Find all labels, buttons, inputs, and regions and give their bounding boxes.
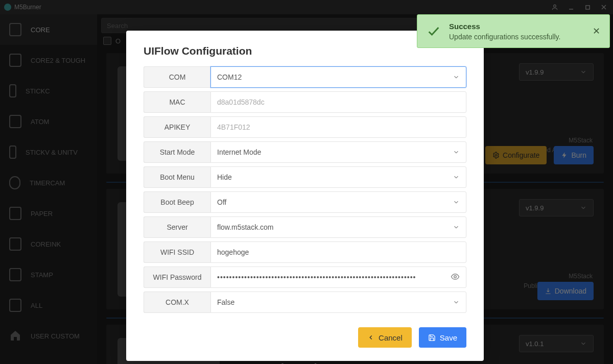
wifi-password-text-input[interactable]: [217, 273, 460, 281]
save-button[interactable]: Save: [419, 327, 466, 348]
field-value: 4B71F012: [217, 123, 250, 131]
form-row-com: COM COM12: [144, 66, 466, 88]
com-x-select[interactable]: False: [210, 292, 466, 313]
chevron-down-icon: [453, 299, 460, 306]
field-value: flow.m5stack.com: [217, 223, 273, 231]
form-row-wifi-ssid: WIFI SSID: [144, 241, 466, 263]
check-icon: [427, 24, 441, 38]
boot-beep-select[interactable]: Off: [210, 191, 466, 213]
form-row-wifi-password: WIFI Password: [144, 266, 466, 288]
field-value: d8a01d5878dc: [217, 98, 265, 106]
wifi-password-input[interactable]: [210, 266, 466, 288]
chevron-down-icon: [453, 199, 460, 206]
field-label: MAC: [144, 91, 210, 113]
form-row-start-mode: Start Mode Internet Mode: [144, 141, 466, 163]
field-label: Server: [144, 216, 210, 238]
svg-point-6: [454, 275, 457, 278]
field-value: False: [217, 298, 234, 306]
field-label: WIFI SSID: [144, 241, 210, 263]
cancel-button[interactable]: Cancel: [358, 327, 412, 348]
toast-message: Update configurations successfully.: [449, 33, 584, 41]
field-label: APIKEY: [144, 116, 210, 138]
button-label: Save: [440, 333, 457, 342]
chevron-down-icon: [453, 224, 460, 231]
button-label: Cancel: [379, 333, 403, 342]
server-select[interactable]: flow.m5stack.com: [210, 216, 466, 238]
mac-field: d8a01d5878dc: [210, 91, 466, 113]
start-mode-select[interactable]: Internet Mode: [210, 141, 466, 163]
field-label: Start Mode: [144, 141, 210, 163]
toast-close-button[interactable]: ✕: [593, 26, 600, 37]
field-label: COM.X: [144, 292, 210, 313]
field-value: COM12: [217, 73, 242, 81]
form-row-server: Server flow.m5stack.com: [144, 216, 466, 238]
form-row-boot-beep: Boot Beep Off: [144, 191, 466, 213]
chevron-down-icon: [453, 174, 460, 181]
field-value: Off: [217, 198, 226, 206]
form-row-mac: MAC d8a01d5878dc: [144, 91, 466, 113]
save-icon: [428, 334, 436, 342]
field-value: Internet Mode: [217, 148, 261, 156]
success-toast: Success Update configurations successful…: [417, 14, 610, 48]
apikey-field: 4B71F012: [210, 116, 466, 138]
form-row-com-x: COM.X False: [144, 292, 466, 313]
toast-title: Success: [449, 22, 584, 31]
toggle-password-visibility-icon[interactable]: [451, 272, 460, 283]
wifi-ssid-text-input[interactable]: [217, 248, 460, 256]
field-label: COM: [144, 66, 210, 88]
wifi-ssid-input[interactable]: [210, 241, 466, 263]
chevron-down-icon: [453, 149, 460, 156]
field-label: WIFI Password: [144, 266, 210, 288]
form-row-boot-menu: Boot Menu Hide: [144, 166, 466, 188]
field-label: Boot Menu: [144, 166, 210, 188]
uiflow-config-modal: UIFlow Configuration ✕ COM COM12 MAC d8a…: [126, 31, 484, 361]
modal-actions: Cancel Save: [144, 327, 466, 348]
chevron-down-icon: [453, 74, 460, 81]
field-value: Hide: [217, 173, 232, 181]
chevron-left-icon: [367, 334, 374, 341]
boot-menu-select[interactable]: Hide: [210, 166, 466, 188]
form-row-apikey: APIKEY 4B71F012: [144, 116, 466, 138]
field-label: Boot Beep: [144, 191, 210, 213]
com-select[interactable]: COM12: [210, 66, 466, 88]
